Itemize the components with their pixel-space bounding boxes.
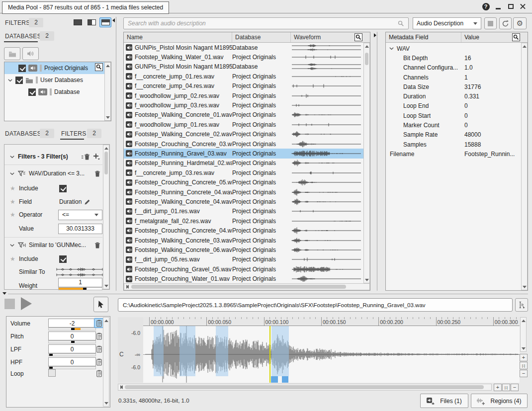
tree-item-user-databases[interactable]: User Databases [4, 74, 111, 86]
pick-file-button[interactable] [93, 297, 108, 312]
table-row[interactable]: f__concrete_jump_01.res.wavProject Origi… [124, 72, 363, 81]
audio-region[interactable] [179, 326, 195, 376]
audio-region[interactable] [154, 326, 164, 376]
vzoom-fit-button[interactable]: |:| [520, 362, 528, 369]
table-row[interactable]: GUNPis_Pistol Mosin Nagant M1895Database [124, 43, 363, 52]
metadata-row[interactable]: WAV [386, 44, 521, 53]
settings-button[interactable]: ⚙ [513, 17, 527, 29]
table-row[interactable]: Footstep_Running_Hardmetal_02.waProject … [124, 159, 363, 168]
add-filter-button[interactable] [93, 153, 100, 160]
table-row[interactable]: f__concrete_jump_03.res.wavProject Origi… [124, 168, 363, 177]
close-button[interactable] [519, 2, 527, 10]
collapse-bottom-icon[interactable] [2, 292, 6, 295]
delete-filter-button[interactable] [94, 170, 100, 177]
region-marker[interactable] [271, 376, 278, 383]
metadata-row[interactable]: Loop Start0 [386, 111, 521, 120]
metadata-row[interactable]: Loop End0 [386, 101, 521, 111]
table-row[interactable]: GUNPis_Pistol Mosin Nagant M1895Database [124, 62, 363, 72]
search-input[interactable]: Search with audio description [123, 17, 409, 29]
layout-single-button[interactable] [72, 17, 84, 27]
file-table-header[interactable]: Name Database Waveform [124, 32, 370, 43]
checkbox[interactable] [28, 88, 36, 96]
weight-slider[interactable] [58, 287, 102, 290]
table-row[interactable]: Footstep_Walking_Concrete_03.wavProject … [124, 236, 363, 245]
filters-scrollbar[interactable] [103, 145, 109, 289]
metadata-row[interactable]: Samples15888 [386, 140, 521, 149]
table-row[interactable]: Footstep_Running_Gravel_03.wavProject Or… [124, 149, 363, 158]
layout-split-horizontal-button[interactable] [99, 17, 111, 27]
editor-waveform[interactable] [143, 326, 520, 383]
table-row[interactable]: f_metalgrate_fall_02.res.wavProject Orig… [124, 216, 363, 226]
column-header-metadata-field[interactable]: Metadata Field [386, 32, 461, 42]
table-row[interactable]: Footstep_Crouching_Concrete_03.wProject … [124, 139, 363, 149]
checkbox[interactable] [15, 77, 23, 84]
vzoom-out-button[interactable]: − [520, 370, 528, 377]
delete-filter-button[interactable] [94, 242, 100, 248]
volume-input[interactable]: -2 [48, 319, 96, 328]
new-folder-button[interactable] [4, 47, 20, 60]
table-row[interactable]: Footstep_Walking_Concrete_01.wavProject … [124, 110, 363, 120]
playhead[interactable] [269, 326, 270, 383]
maximize-button[interactable] [507, 2, 515, 10]
hzoom-out-button[interactable]: − [511, 384, 519, 391]
column-header-value[interactable]: Value [461, 32, 512, 42]
search-mode-dropdown[interactable]: Audio Description [413, 17, 481, 29]
table-search-button[interactable] [355, 33, 362, 41]
chevron-down-icon[interactable] [9, 243, 15, 248]
chevron-down-icon[interactable] [9, 171, 15, 176]
pitch-slider[interactable] [48, 340, 96, 343]
include-checkbox[interactable] [59, 255, 67, 263]
volume-slider[interactable] [48, 328, 96, 330]
column-header-waveform[interactable]: Waveform [291, 32, 355, 42]
filter2-header-row[interactable]: Similar to 'GUNMec... [4, 239, 100, 251]
refresh-button[interactable] [499, 17, 512, 29]
hpf-input[interactable]: 0 [48, 357, 96, 366]
pitch-input[interactable]: 0 [48, 331, 96, 340]
metadata-scrollbar[interactable] [521, 43, 528, 290]
help-button[interactable]: ? [482, 2, 490, 10]
minimize-button[interactable] [494, 2, 502, 10]
lpf-input[interactable]: 0 [48, 344, 96, 353]
stop-search-button[interactable] [484, 17, 497, 29]
filter1-header-row[interactable]: WAV/Duration <= 3... [4, 167, 100, 179]
horizontal-splitter[interactable] [8, 294, 528, 294]
file-table-hscrollbar[interactable] [124, 283, 370, 290]
table-row[interactable]: Footstep_Walking_Water_01.wavProject Ori… [124, 52, 363, 62]
table-row[interactable]: Footstep_Running_Concrete_04.wavProject … [124, 187, 363, 197]
metadata-row[interactable]: Sample Rate48000 [386, 130, 521, 140]
files-button[interactable]: Files (1) [420, 394, 468, 408]
table-row[interactable]: Footstep_Walking_Concrete_06.wavProject … [124, 245, 363, 254]
checkbox[interactable] [18, 65, 26, 72]
file-path-bar[interactable]: C:\Audiokinetic\SampleProject2025.1.3.89… [118, 298, 513, 312]
collapse-left-panel-icon[interactable] [112, 18, 115, 22]
regions-button[interactable]: Regions (4) [471, 394, 528, 408]
table-row[interactable]: f_woodhollow_jump_02.res.wavProject Orig… [124, 91, 363, 100]
metadata-divider[interactable] [377, 32, 377, 291]
metadata-row[interactable]: Duration0.331 [386, 91, 521, 101]
metadata-row[interactable]: Channel Configura...1.0 [386, 63, 521, 73]
include-checkbox[interactable] [59, 185, 67, 192]
lpf-slider[interactable] [48, 353, 96, 356]
tree-item-database[interactable]: Database [4, 86, 111, 98]
table-row[interactable]: f__concrete_jump_04.res.wavProject Origi… [124, 82, 363, 91]
loop-checkbox[interactable] [48, 369, 56, 377]
collapse-metadata-icon[interactable] [374, 33, 376, 37]
table-row[interactable]: Footstep_Walking_Concrete_02.wavProject … [124, 130, 363, 139]
edit-field-button[interactable] [84, 199, 90, 205]
metadata-search-button[interactable] [512, 33, 520, 41]
import-audio-button[interactable] [22, 47, 39, 60]
tab-databases[interactable]: DATABASES [5, 130, 41, 137]
table-row[interactable]: Footstep_Crouching_Water_01.wavProject O… [124, 274, 363, 283]
clear-filters-button[interactable] [82, 154, 90, 160]
hzoom-fit-button[interactable]: |:| [502, 384, 510, 391]
region-select-button[interactable] [515, 298, 528, 312]
audio-region[interactable] [271, 326, 289, 376]
table-row[interactable]: Footstep_Crouching_Concrete_05.wProject … [124, 177, 363, 187]
tab-filters[interactable]: FILTERS [61, 130, 87, 137]
file-table-vscrollbar[interactable] [363, 43, 370, 283]
databases-section-label[interactable]: DATABASES [5, 33, 41, 40]
metadata-header[interactable]: Metadata Field Value [386, 32, 528, 43]
table-row[interactable]: f_woodhollow_jump_01.res.wavProject Orig… [124, 120, 363, 129]
table-row[interactable]: f_woodhollow_jump_03.res.wavProject Orig… [124, 100, 363, 110]
tree-scrollbar[interactable] [104, 62, 111, 121]
